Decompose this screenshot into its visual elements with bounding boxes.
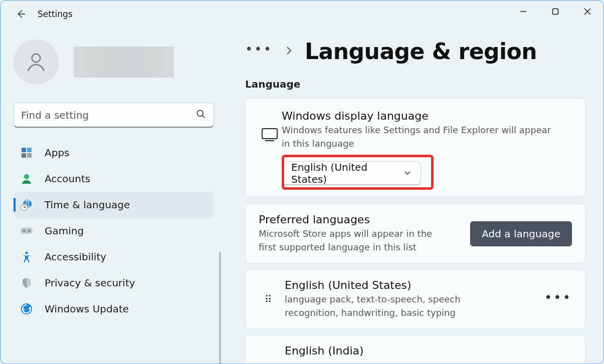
- language-item-en-us[interactable]: ⠿ English (United States) language pack,…: [245, 269, 585, 329]
- close-button[interactable]: [571, 1, 603, 23]
- sidebar-item-gaming[interactable]: Gaming: [14, 218, 214, 244]
- svg-rect-16: [21, 228, 33, 234]
- language-item-en-in[interactable]: ⠿ English (India): [245, 335, 585, 363]
- gaming-icon: [20, 224, 34, 238]
- display-language-value: English (United States): [291, 161, 404, 185]
- svg-rect-21: [262, 129, 277, 139]
- sidebar-item-label: Time & language: [45, 199, 130, 211]
- chevron-right-icon: [285, 46, 293, 58]
- svg-rect-8: [27, 148, 32, 152]
- svg-point-19: [26, 252, 28, 254]
- svg-point-5: [197, 110, 203, 116]
- sidebar-item-label: Privacy & security: [45, 277, 135, 289]
- sidebar: Find a setting Apps Accounts Time & lang…: [1, 28, 221, 363]
- svg-rect-9: [22, 153, 26, 158]
- page-title: Language & region: [305, 39, 537, 64]
- windows-update-icon: [20, 302, 34, 316]
- breadcrumb: ••• Language & region: [245, 39, 585, 64]
- apps-icon: [20, 146, 34, 160]
- svg-rect-10: [27, 153, 32, 158]
- back-button[interactable]: [11, 4, 31, 24]
- display-language-card: Windows display language Windows feature…: [245, 98, 585, 197]
- svg-point-18: [28, 230, 30, 232]
- sidebar-item-apps[interactable]: Apps: [14, 140, 214, 166]
- language-name: English (India): [285, 344, 572, 357]
- window-controls: [507, 1, 603, 23]
- search-placeholder: Find a setting: [21, 109, 89, 121]
- display-language-desc: Windows features like Settings and File …: [282, 123, 552, 150]
- svg-point-17: [23, 230, 25, 232]
- sidebar-item-label: Accounts: [45, 173, 90, 185]
- svg-line-6: [203, 115, 205, 118]
- minimize-button[interactable]: [507, 1, 539, 23]
- app-title: Settings: [38, 9, 73, 19]
- drag-handle-icon[interactable]: ⠿: [259, 297, 279, 301]
- language-name: English (United States): [285, 279, 544, 291]
- accounts-icon: [20, 172, 34, 186]
- sidebar-item-accounts[interactable]: Accounts: [14, 166, 214, 192]
- sidebar-item-label: Windows Update: [45, 303, 129, 315]
- sidebar-item-privacy-security[interactable]: Privacy & security: [14, 270, 214, 296]
- language-more-button[interactable]: •••: [544, 290, 572, 309]
- breadcrumb-overflow-button[interactable]: •••: [245, 43, 273, 61]
- avatar: [14, 40, 59, 85]
- display-icon: [258, 110, 282, 142]
- time-language-icon: [20, 198, 34, 212]
- svg-point-4: [32, 54, 41, 63]
- sidebar-item-accessibility[interactable]: Accessibility: [14, 244, 214, 270]
- sidebar-item-label: Gaming: [45, 225, 84, 237]
- content-area: ••• Language & region Language Windows d…: [221, 28, 603, 363]
- sidebar-item-label: Apps: [45, 147, 70, 159]
- preferred-languages-title: Preferred languages: [259, 213, 439, 226]
- sidebar-item-windows-update[interactable]: Windows Update: [14, 296, 214, 322]
- user-profile[interactable]: [14, 40, 214, 85]
- user-name-redacted: [74, 47, 174, 78]
- display-language-dropdown[interactable]: English (United States): [282, 161, 421, 185]
- accessibility-icon: [20, 250, 34, 264]
- chevron-down-icon: [404, 167, 412, 179]
- svg-rect-1: [553, 9, 558, 15]
- search-icon: [195, 109, 207, 122]
- shield-icon: [20, 276, 34, 290]
- svg-point-11: [24, 174, 29, 179]
- maximize-button[interactable]: [539, 1, 571, 23]
- section-language-label: Language: [245, 78, 585, 90]
- preferred-languages-card: Preferred languages Microsoft Store apps…: [245, 204, 585, 263]
- add-language-button[interactable]: Add a language: [470, 221, 572, 246]
- sidebar-nav: Apps Accounts Time & language Gaming Acc…: [14, 140, 214, 322]
- sidebar-item-label: Accessibility: [45, 251, 106, 263]
- preferred-languages-desc: Microsoft Store apps will appear in the …: [259, 227, 439, 254]
- search-input[interactable]: Find a setting: [14, 103, 214, 128]
- sidebar-item-time-language[interactable]: Time & language: [14, 192, 214, 218]
- display-language-title: Windows display language: [282, 110, 572, 122]
- svg-rect-7: [22, 148, 26, 152]
- language-features: language pack, text-to-speech, speech re…: [285, 292, 505, 319]
